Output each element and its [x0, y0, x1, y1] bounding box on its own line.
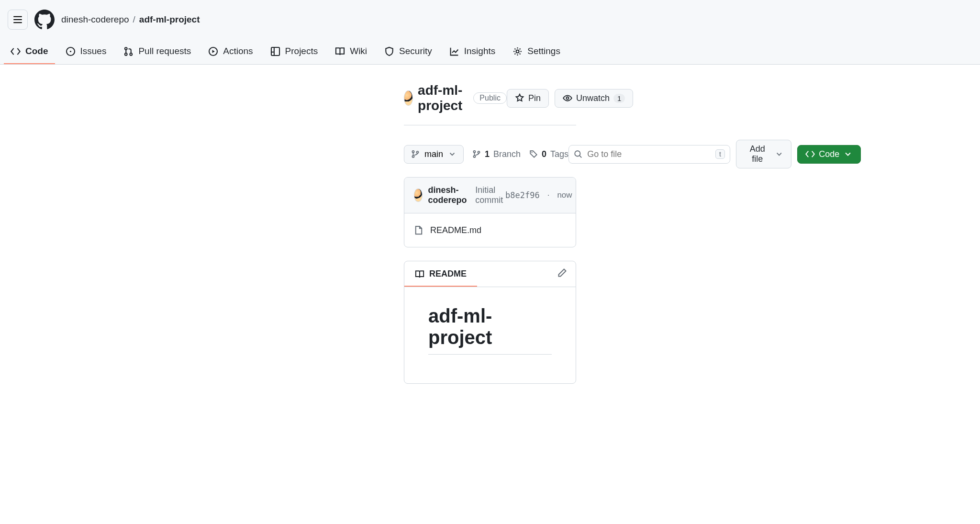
code-icon — [805, 149, 815, 159]
code-button-label: Code — [819, 149, 839, 159]
tab-security-label: Security — [399, 46, 432, 56]
svg-rect-6 — [271, 47, 279, 55]
tab-insights[interactable]: Insights — [443, 39, 502, 64]
tab-settings[interactable]: Settings — [506, 39, 567, 64]
gear-icon — [512, 46, 523, 56]
file-row: README.md Initial commit now — [404, 213, 576, 247]
eye-icon — [563, 93, 572, 103]
breadcrumb-owner-link[interactable]: dinesh-coderepo — [61, 14, 129, 25]
tab-code-label: Code — [25, 46, 48, 56]
file-name-link[interactable]: README.md — [430, 225, 481, 235]
commit-message-link[interactable]: Initial commit — [475, 185, 505, 205]
unwatch-label: Unwatch — [576, 93, 610, 103]
tab-pr-label: Pull requests — [138, 46, 191, 56]
repo-title-group: adf-ml-project Public — [404, 83, 507, 113]
controls-left: main 1 Branch 0 Tags — [404, 145, 568, 164]
owner-avatar[interactable] — [404, 90, 413, 106]
caret-down-icon — [775, 149, 784, 159]
readme-tab-bar: README — [404, 261, 576, 287]
github-logo[interactable] — [34, 10, 55, 30]
breadcrumb-separator: / — [133, 14, 135, 25]
commit-time: now — [557, 190, 572, 200]
tab-projects[interactable]: Projects — [264, 39, 325, 64]
commit-author-link[interactable]: dinesh-coderepo — [428, 185, 470, 205]
controls-row: main 1 Branch 0 Tags t Add file — [404, 125, 576, 177]
code-icon — [11, 46, 21, 56]
github-mark-icon — [34, 10, 55, 30]
book-icon — [415, 269, 424, 279]
commit-author-avatar[interactable] — [414, 189, 423, 202]
svg-point-3 — [125, 53, 127, 56]
tab-actions[interactable]: Actions — [201, 39, 259, 64]
svg-point-8 — [566, 97, 568, 100]
branch-count: 1 — [485, 149, 490, 159]
tab-wiki-label: Wiki — [350, 46, 367, 56]
caret-down-icon — [448, 150, 457, 158]
edit-readme-button[interactable] — [549, 262, 576, 286]
go-to-file-input[interactable] — [587, 149, 711, 159]
commit-left: dinesh-coderepo Initial commit — [414, 185, 505, 205]
tab-actions-label: Actions — [223, 46, 253, 56]
commit-sha-link[interactable]: b8e2f96 — [505, 190, 540, 200]
main-container: adf-ml-project Public Pin Unwatch 1 main — [141, 65, 839, 393]
search-shortcut-key: t — [715, 149, 725, 159]
svg-point-10 — [412, 156, 414, 157]
svg-point-7 — [516, 50, 519, 53]
hamburger-menu-button[interactable] — [8, 10, 28, 30]
breadcrumb-repo[interactable]: adf-ml-project — [139, 14, 200, 25]
actions-icon — [208, 46, 218, 56]
controls-right: t Add file Code — [568, 140, 861, 168]
tab-security[interactable]: Security — [378, 39, 439, 64]
tab-code[interactable]: Code — [4, 39, 55, 64]
readme-tab-label: README — [429, 269, 467, 279]
search-icon — [574, 150, 582, 158]
code-button[interactable]: Code — [797, 145, 861, 164]
svg-point-2 — [125, 47, 127, 50]
issues-icon — [66, 46, 76, 56]
commit-dot-separator: · — [547, 190, 550, 200]
readme-tab[interactable]: README — [404, 261, 477, 287]
tab-issues[interactable]: Issues — [59, 39, 113, 64]
svg-point-14 — [478, 151, 479, 153]
branch-selector-button[interactable]: main — [404, 145, 464, 164]
pull-request-icon — [123, 46, 134, 56]
readme-heading: adf-ml-project — [428, 305, 552, 355]
go-to-file-search[interactable]: t — [568, 145, 730, 164]
svg-point-4 — [130, 53, 133, 56]
tab-settings-label: Settings — [527, 46, 560, 56]
file-listing-box: dinesh-coderepo Initial commit b8e2f96 ·… — [404, 177, 576, 247]
branch-icon — [472, 150, 481, 158]
hamburger-icon — [13, 15, 22, 24]
file-icon — [414, 225, 423, 235]
svg-point-9 — [412, 151, 414, 153]
graph-icon — [449, 46, 459, 56]
pencil-icon — [557, 268, 567, 278]
tags-link[interactable]: 0 Tags — [529, 149, 568, 159]
branch-icon — [411, 150, 420, 158]
tab-wiki[interactable]: Wiki — [328, 39, 374, 64]
repo-header: adf-ml-project Public Pin Unwatch 1 — [404, 74, 576, 125]
tab-pull-requests[interactable]: Pull requests — [117, 39, 198, 64]
svg-point-15 — [532, 152, 533, 153]
readme-body: adf-ml-project — [404, 287, 576, 383]
svg-point-12 — [473, 151, 475, 153]
pin-icon — [515, 93, 524, 103]
book-icon — [335, 46, 345, 56]
branches-link[interactable]: 1 Branch — [472, 149, 521, 159]
readme-box: README adf-ml-project — [404, 261, 576, 384]
svg-point-13 — [473, 156, 475, 157]
latest-commit-row: dinesh-coderepo Initial commit b8e2f96 ·… — [404, 178, 576, 213]
visibility-badge: Public — [473, 92, 507, 104]
pin-button[interactable]: Pin — [507, 89, 549, 108]
commit-right: b8e2f96 · now 1 Commit — [505, 190, 576, 200]
shield-icon — [384, 46, 394, 56]
add-file-button[interactable]: Add file — [736, 140, 791, 168]
branch-count-label: Branch — [493, 149, 521, 159]
repo-name[interactable]: adf-ml-project — [418, 83, 468, 113]
repo-nav-tabs: Code Issues Pull requests Actions Projec… — [0, 39, 980, 65]
file-name-cell: README.md — [414, 225, 576, 235]
tag-icon — [529, 150, 538, 158]
svg-point-1 — [69, 50, 71, 52]
unwatch-button[interactable]: Unwatch 1 — [555, 89, 633, 108]
tag-count-label: Tags — [550, 149, 568, 159]
